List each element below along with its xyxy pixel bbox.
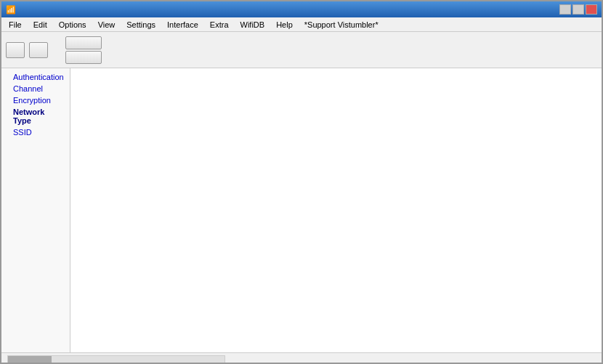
graph1-button[interactable] [65,36,102,49]
sidebar-item-authentication[interactable]: Authentication [1,71,70,83]
window-controls [559,4,597,15]
menu-item-view[interactable]: View [92,17,121,31]
menu-item-wifidb[interactable]: WifiDB [235,17,271,31]
menu-item-interface[interactable]: Interface [161,17,204,31]
sidebar-item-ssid[interactable]: SSID [1,126,70,138]
graph2-button[interactable] [65,51,102,64]
horizontal-scrollbar[interactable] [7,355,225,364]
title-bar-left: 📶 [6,5,19,15]
menu-item-extra[interactable]: Extra [204,17,235,31]
graph-buttons [65,36,102,64]
table-area[interactable] [70,68,602,352]
close-button[interactable] [586,4,597,15]
maximize-button[interactable] [572,4,584,15]
menu-item-file[interactable]: File [3,17,28,31]
menu-item-settings[interactable]: Settings [121,17,161,31]
gps-button[interactable] [29,42,48,58]
main-content: AuthenticationChannelEncryptionNetwork T… [1,68,602,352]
minimize-button[interactable] [559,4,571,15]
scrollbar-thumb[interactable] [8,356,52,363]
stop-button[interactable] [6,42,25,58]
sidebar-item-network-type[interactable]: Network Type [1,106,70,126]
menu-item--support-vistumbler-[interactable]: *Support Vistumbler* [299,17,384,31]
sidebar-item-channel[interactable]: Channel [1,83,70,94]
menu-item-options[interactable]: Options [53,17,92,31]
status-bar [1,352,602,364]
toolbar [1,32,602,68]
title-bar: 📶 [1,1,602,17]
app-icon: 📶 [6,5,16,15]
sidebar: AuthenticationChannelEncryptionNetwork T… [1,68,70,352]
menu-item-help[interactable]: Help [270,17,299,31]
sidebar-item-encryption[interactable]: Encryption [1,94,70,106]
menu-item-edit[interactable]: Edit [28,17,53,31]
menu-bar: FileEditOptionsViewSettingsInterfaceExtr… [1,17,602,32]
